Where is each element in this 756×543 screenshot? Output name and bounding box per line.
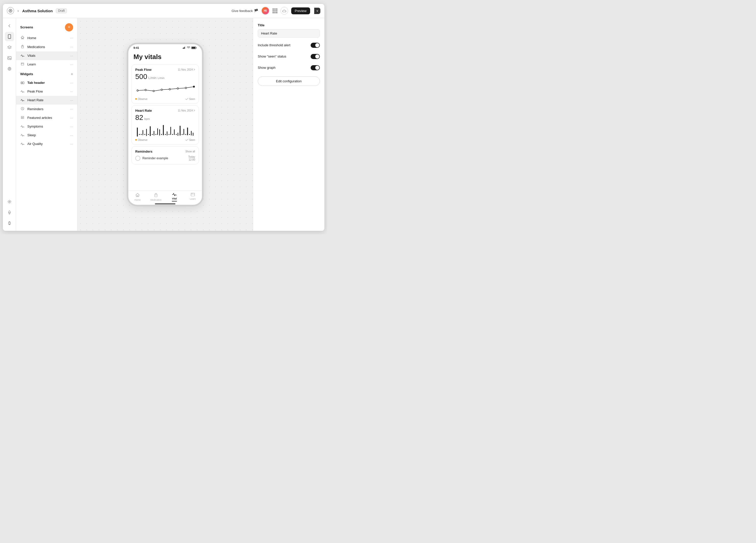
svg-point-21: [145, 89, 146, 91]
medications-more-icon[interactable]: ···: [70, 45, 73, 49]
nav-image-icon[interactable]: [5, 53, 14, 63]
seen-label: Show "seen" status: [258, 54, 286, 58]
preview-chevron-button[interactable]: ∨: [314, 8, 320, 14]
graph-label: Show graph: [258, 66, 275, 70]
panel-title-input[interactable]: [258, 29, 320, 38]
topbar-chevron-icon[interactable]: ∨: [17, 9, 19, 13]
svg-point-49: [176, 134, 177, 135]
svg-rect-10: [21, 46, 24, 48]
app-logo[interactable]: [7, 7, 14, 14]
phone-home-indicator: [155, 203, 175, 204]
phone-nav-home-icon: [135, 193, 140, 198]
user-avatar[interactable]: Hi: [261, 7, 269, 15]
nav-target-icon[interactable]: [5, 64, 14, 73]
vitals-more-icon[interactable]: ···: [70, 54, 73, 58]
battery-icon: [191, 47, 197, 49]
tab-header-more-icon[interactable]: ···: [70, 81, 73, 85]
home-more-icon[interactable]: ···: [70, 36, 73, 40]
peak-flow-value: 500: [135, 73, 147, 81]
phone-page-title: My vitals: [128, 50, 202, 63]
app-window: ∨ Asthma Solution Draft Give feedback 🏴 …: [3, 4, 325, 231]
sidebar-item-medications[interactable]: Medications ···: [16, 42, 77, 51]
wifi-icon: [187, 47, 190, 49]
sidebar-item-home[interactable]: Home ···: [16, 33, 77, 42]
panel-seen-row: Show "seen" status: [258, 53, 320, 60]
svg-point-27: [193, 86, 195, 87]
phone-mockup: 9:41: [127, 43, 204, 206]
show-all-link[interactable]: Show all: [185, 150, 195, 153]
sidebar-widget-tab-header[interactable]: Tab header ···: [16, 78, 77, 87]
sidebar-widget-air-quality[interactable]: Air Quality ···: [16, 140, 77, 148]
peak-flow-date: 11 Nov, 2024: [178, 68, 195, 71]
reminders-more-icon[interactable]: ···: [70, 107, 73, 111]
svg-point-38: [155, 134, 156, 135]
nav-rocket-icon[interactable]: [5, 208, 14, 217]
sidebar-widget-featured-articles[interactable]: Featured articles ···: [16, 114, 77, 122]
sidebar-widget-sleep[interactable]: Sleep ···: [16, 131, 77, 140]
svg-rect-31: [143, 130, 143, 135]
svg-point-2: [9, 38, 10, 38]
svg-rect-15: [184, 47, 184, 49]
nav-phone-icon[interactable]: [5, 32, 14, 41]
phone-nav-vital[interactable]: Vital: [165, 193, 184, 201]
svg-point-45: [168, 134, 170, 135]
sidebar-widget-reminders[interactable]: Reminders ···: [16, 105, 77, 114]
phone-nav-learn[interactable]: Learn: [184, 193, 202, 201]
sidebar-widget-heart-rate[interactable]: Heart Rate ···: [16, 96, 77, 105]
vitals-label: Vitals: [27, 54, 67, 58]
add-screen-button[interactable]: +: [65, 23, 73, 31]
peak-flow-card: Peak Flow 11 Nov, 2024 500 L/min L/min: [131, 64, 199, 104]
medications-icon: [20, 45, 25, 49]
add-widget-button[interactable]: +: [71, 72, 73, 76]
sidebar-widget-peak-flow[interactable]: Peak Flow ···: [16, 87, 77, 96]
apps-grid-icon[interactable]: [273, 8, 277, 13]
graph-toggle[interactable]: [311, 65, 320, 70]
svg-rect-28: [137, 128, 138, 137]
svg-point-4: [8, 57, 9, 58]
cloud-icon[interactable]: [280, 7, 288, 15]
svg-rect-55: [187, 128, 188, 135]
nav-back-button[interactable]: [5, 21, 14, 30]
reminders-icon: [20, 107, 25, 111]
learn-more-icon[interactable]: ···: [70, 62, 73, 66]
svg-rect-46: [170, 127, 171, 135]
air-quality-more-icon[interactable]: ···: [70, 142, 73, 146]
nav-layers-icon[interactable]: [5, 43, 14, 52]
sleep-more-icon[interactable]: ···: [70, 133, 73, 137]
panel-graph-row: Show graph: [258, 64, 320, 71]
heart-rate-more-icon[interactable]: ···: [70, 98, 73, 102]
phone-status-icons: [183, 47, 197, 49]
phone-nav-home[interactable]: Home: [128, 193, 147, 201]
phone-nav-vital-icon: [172, 193, 177, 197]
screens-label: Screens: [20, 25, 33, 29]
heart-rate-seen-status: Seen: [185, 139, 195, 141]
featured-articles-more-icon[interactable]: ···: [70, 116, 73, 120]
peak-flow-footer: Observe Seen: [135, 98, 195, 100]
phone-nav-learn-label: Learn: [190, 198, 196, 200]
nav-watch-icon[interactable]: [5, 219, 14, 228]
peak-flow-label: Peak Flow: [27, 89, 67, 93]
svg-rect-12: [22, 82, 24, 84]
svg-point-8: [9, 201, 10, 202]
peak-flow-unit-label: L/min: [157, 76, 164, 80]
svg-point-22: [153, 90, 154, 92]
sidebar-item-learn[interactable]: Learn ···: [16, 60, 77, 69]
sidebar: Screens + Home ··· Medications ···: [16, 18, 77, 231]
symptoms-more-icon[interactable]: ···: [70, 125, 73, 129]
reminder-time: Today 12:00: [188, 155, 195, 161]
threshold-toggle[interactable]: [311, 43, 320, 48]
preview-button[interactable]: Preview: [291, 7, 310, 14]
phone-nav-medication-label: Medication: [150, 199, 162, 201]
nav-settings-icon[interactable]: [5, 197, 14, 206]
edit-configuration-button[interactable]: Edit configuration: [258, 76, 320, 86]
peak-flow-more-icon[interactable]: ···: [70, 89, 73, 94]
sidebar-item-vitals[interactable]: Vitals ···: [16, 51, 77, 60]
reminder-checkbox[interactable]: [135, 156, 140, 161]
seen-toggle[interactable]: [311, 54, 320, 59]
reminder-item: Reminder example Today 12:00: [135, 155, 195, 161]
draft-badge: Draft: [56, 8, 67, 13]
sidebar-widget-symptoms[interactable]: Symptoms ···: [16, 122, 77, 131]
phone-nav-medication[interactable]: Medication: [147, 193, 165, 201]
give-feedback-button[interactable]: Give feedback 🏴: [232, 9, 258, 13]
svg-point-34: [148, 134, 149, 135]
